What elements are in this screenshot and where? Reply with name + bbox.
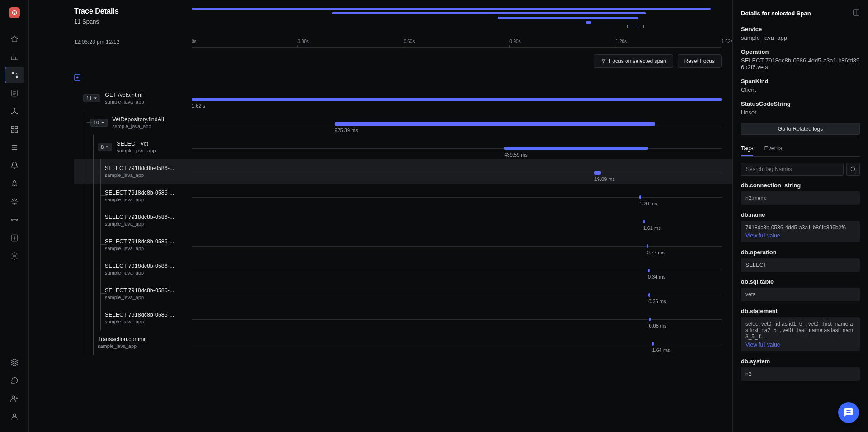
span-row[interactable]: SELECT 7918dc8b-0586-...sample_java_app0… xyxy=(74,306,732,330)
reset-focus-button[interactable]: Reset Focus xyxy=(678,54,722,68)
panel-collapse-icon[interactable] xyxy=(853,9,860,18)
nav-layers-icon[interactable] xyxy=(5,354,24,370)
span-name: SELECT Vet xyxy=(117,141,156,147)
nav-list-icon[interactable] xyxy=(5,139,24,156)
ruler-tick: 1.20s xyxy=(616,39,627,44)
svg-point-5 xyxy=(14,108,15,109)
span-service: sample_java_app xyxy=(105,246,174,251)
span-tree: + 11 GET /vets.htmlsample_java_app1.62 s… xyxy=(29,74,732,432)
svg-rect-19 xyxy=(854,10,859,15)
service-value: sample_java_app xyxy=(741,34,860,41)
app-logo[interactable] xyxy=(9,7,20,18)
nav-home-icon[interactable] xyxy=(5,31,24,47)
focus-span-button[interactable]: Focus on selected span xyxy=(594,54,673,68)
tag-value: 7918dc8b-0586-4dd5-a3a1-b86fd896b2f6View… xyxy=(741,221,860,242)
nav-invite-icon[interactable] xyxy=(5,390,24,407)
span-bar[interactable] xyxy=(643,220,645,223)
span-row[interactable]: SELECT 7918dc8b-0586-...sample_java_app0… xyxy=(74,233,732,257)
timeline-ruler: 12:06:28 pm 12/12 0s0.30s0.60s0.90s1.20s… xyxy=(29,30,732,48)
span-row[interactable]: SELECT 7918dc8b-0586-...sample_java_app1… xyxy=(74,208,732,233)
intercom-chat-button[interactable] xyxy=(838,402,859,423)
operation-value: SELECT 7918dc8b-0586-4dd5-a3a1-b86fd896b… xyxy=(741,57,860,71)
tag-value: select vet0_.id as id1_5_, vet0_.first_n… xyxy=(741,317,860,351)
ruler-tick: 0.60s xyxy=(404,39,415,44)
details-tabs: Tags Events xyxy=(741,141,860,157)
span-duration: 1.64 ms xyxy=(652,347,670,353)
tag-key: db.statement xyxy=(741,308,860,314)
nav-rocket-icon[interactable] xyxy=(5,176,24,192)
span-bar[interactable] xyxy=(639,195,641,199)
span-service: sample_java_app xyxy=(105,319,174,324)
nav-alerts-icon[interactable] xyxy=(5,157,24,174)
related-logs-button[interactable]: Go to Related logs xyxy=(741,123,860,135)
span-service: sample_java_app xyxy=(105,99,144,104)
span-bar[interactable] xyxy=(648,269,650,272)
nav-dashboards-icon[interactable] xyxy=(5,121,24,138)
trace-toolbar: Focus on selected span Reset Focus xyxy=(29,48,732,74)
span-name: SELECT 7918dc8b-0586-... xyxy=(105,287,174,294)
svg-point-6 xyxy=(11,113,13,114)
nav-user-icon[interactable] xyxy=(5,408,24,425)
filter-icon xyxy=(601,58,606,64)
tag-key: db.operation xyxy=(741,249,860,256)
span-count-badge[interactable]: 10 xyxy=(90,119,108,127)
span-bar[interactable] xyxy=(647,244,649,248)
span-bar[interactable] xyxy=(192,98,722,101)
span-count-badge[interactable]: 11 xyxy=(83,94,100,102)
span-duration: 19.09 ms xyxy=(594,176,615,182)
status-value: Unset xyxy=(741,109,860,116)
span-name: VetRepository.findAll xyxy=(112,116,164,123)
tag-key: db.name xyxy=(741,211,860,218)
status-label: StatusCodeString xyxy=(741,100,860,107)
spankind-label: SpanKind xyxy=(741,78,860,85)
span-bar[interactable] xyxy=(335,122,655,126)
nav-bug-icon[interactable] xyxy=(5,194,24,210)
span-row[interactable]: SELECT 7918dc8b-0586-...sample_java_app1… xyxy=(74,184,732,208)
span-row[interactable]: 11 GET /vets.htmlsample_java_app1.62 s xyxy=(74,86,732,110)
span-service: sample_java_app xyxy=(105,270,174,275)
span-name: SELECT 7918dc8b-0586-... xyxy=(105,214,174,220)
ruler-tick: 0.30s xyxy=(297,39,308,44)
span-row[interactable]: 8 SELECT Vetsample_java_app439.59 ms xyxy=(74,135,732,159)
nav-chat-icon[interactable] xyxy=(5,372,24,389)
span-row[interactable]: SELECT 7918dc8b-0586-...sample_java_app1… xyxy=(74,159,732,184)
span-duration: 975.39 ms xyxy=(335,128,358,133)
nav-pipeline-icon[interactable] xyxy=(5,212,24,228)
tag-key: db.connection_string xyxy=(741,182,860,189)
span-row[interactable]: SELECT 7918dc8b-0586-...sample_java_app0… xyxy=(74,281,732,306)
span-duration: 1.20 ms xyxy=(639,201,657,206)
nav-settings-icon[interactable] xyxy=(5,248,24,264)
view-full-value-link[interactable]: View full value xyxy=(745,233,780,239)
view-full-value-link[interactable]: View full value xyxy=(745,342,780,348)
span-count-badge[interactable]: 8 xyxy=(98,143,112,151)
nav-metrics-icon[interactable] xyxy=(5,49,24,65)
span-bar[interactable] xyxy=(649,318,651,321)
span-row[interactable]: SELECT 7918dc8b-0586-...sample_java_app0… xyxy=(74,257,732,281)
svg-point-12 xyxy=(13,200,16,204)
tab-tags[interactable]: Tags xyxy=(741,141,753,156)
span-service: sample_java_app xyxy=(105,197,174,202)
nav-traces-icon[interactable] xyxy=(5,67,24,83)
tag-search-button[interactable] xyxy=(846,163,860,176)
expand-all-button[interactable]: + xyxy=(74,74,80,81)
ruler-tick: 0.90s xyxy=(509,39,520,44)
span-row[interactable]: Transaction.commitsample_java_app1.64 ms xyxy=(74,330,732,355)
span-duration: 0.26 ms xyxy=(648,299,666,304)
span-bar[interactable] xyxy=(648,293,650,297)
span-bar[interactable] xyxy=(652,342,654,346)
span-duration: 439.59 ms xyxy=(504,152,527,157)
nav-billing-icon[interactable] xyxy=(5,230,24,246)
tab-events[interactable]: Events xyxy=(764,141,782,156)
span-bar[interactable] xyxy=(504,147,648,150)
page-title: Trace Details xyxy=(74,7,192,15)
tag-search-input[interactable] xyxy=(741,163,844,176)
trace-overview xyxy=(192,7,722,30)
svg-point-0 xyxy=(14,12,15,14)
nav-services-icon[interactable] xyxy=(5,103,24,119)
tag-key: db.system xyxy=(741,358,860,365)
span-bar[interactable] xyxy=(594,171,601,175)
svg-rect-10 xyxy=(11,130,14,133)
nav-logs-icon[interactable] xyxy=(5,85,24,101)
svg-point-1 xyxy=(12,10,16,14)
span-row[interactable]: 10 VetRepository.findAllsample_java_app9… xyxy=(74,110,732,135)
